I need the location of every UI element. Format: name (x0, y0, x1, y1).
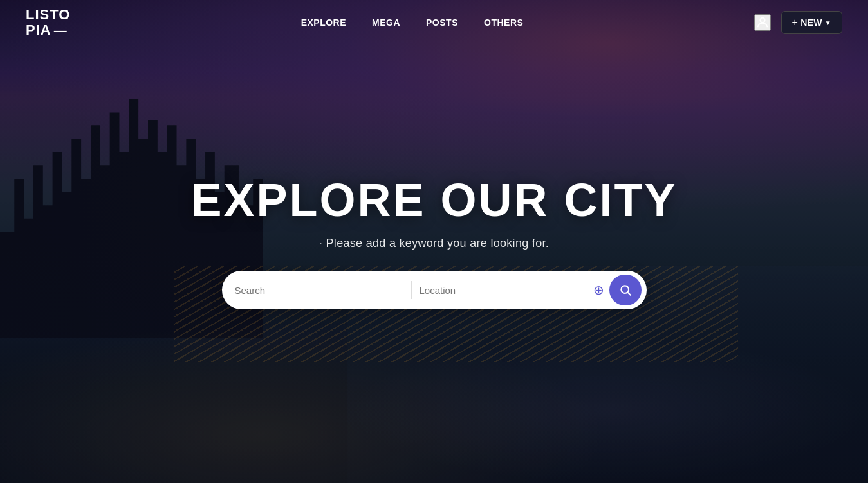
nav-posts[interactable]: POSTS (426, 17, 458, 28)
location-target-icon[interactable]: ⊕ (593, 282, 604, 298)
user-icon (755, 15, 770, 30)
nav-explore[interactable]: EXPLORE (301, 17, 346, 28)
logo-text-pia: PIA (26, 23, 51, 38)
hero-content: EXPLORE OUR CITY Please add a keyword yo… (190, 174, 677, 309)
search-divider (411, 281, 412, 299)
search-input[interactable] (235, 285, 403, 296)
hero-title: EXPLORE OUR CITY (190, 174, 677, 226)
svg-point-1 (621, 286, 629, 293)
hero-section: LISTO PIA — EXPLORE MEGA POSTS OTHERS + (0, 0, 868, 483)
search-icon (619, 284, 632, 296)
user-icon-button[interactable] (754, 14, 771, 31)
new-button[interactable]: + NEW ▼ (781, 11, 842, 34)
search-button[interactable] (609, 275, 642, 305)
chevron-down-icon: ▼ (825, 19, 831, 26)
logo-text-listo: LISTO (26, 7, 70, 23)
nav-links: EXPLORE MEGA POSTS OTHERS (301, 17, 524, 28)
logo[interactable]: LISTO PIA — (26, 7, 70, 38)
nav-mega[interactable]: MEGA (372, 17, 400, 28)
search-bar: ⊕ (222, 271, 647, 309)
new-button-label: NEW (800, 17, 822, 28)
new-button-plus: + (792, 17, 799, 28)
nav-others[interactable]: OTHERS (484, 17, 523, 28)
location-input[interactable] (420, 285, 588, 296)
svg-point-0 (760, 18, 764, 23)
svg-line-2 (627, 293, 631, 296)
navbar: LISTO PIA — EXPLORE MEGA POSTS OTHERS + (0, 0, 868, 45)
hero-subtitle: Please add a keyword you are looking for… (319, 237, 549, 250)
nav-actions: + NEW ▼ (754, 11, 842, 34)
logo-dash: — (54, 23, 68, 37)
